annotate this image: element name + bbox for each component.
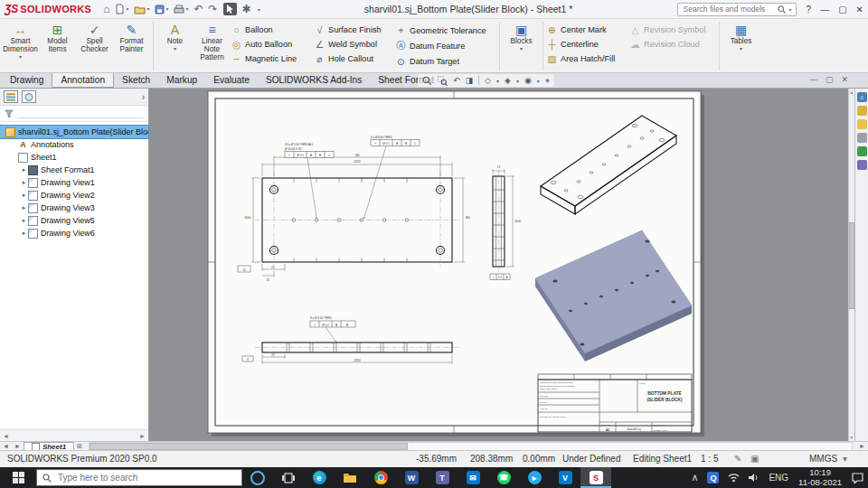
add-sheet-icon[interactable]: ⊞ [74,443,85,450]
language-indicator[interactable]: ENG [764,467,793,488]
hide-show-items-icon[interactable]: ◉ [524,76,532,85]
tree-item-drawing-view5[interactable]: ▸ Drawing View5 [0,214,148,227]
balloon-button[interactable]: ○Balloon [231,24,314,35]
zoom-area-icon[interactable] [438,76,448,86]
datum-target-button[interactable]: ⊙Datum Target [395,56,496,67]
auto-balloon-button[interactable]: ◎Auto Balloon [231,39,314,50]
minimize-button[interactable]: — [820,5,829,14]
dim-pitch[interactable]: 25 [271,266,275,269]
tab-sketch[interactable]: Sketch [114,73,158,88]
print-icon[interactable]: ▾ [174,4,188,14]
expand-arrow-icon[interactable]: ▸ [20,204,28,211]
scroll-right-icon[interactable]: ► [139,433,146,439]
magnetic-line-button[interactable]: ╌Magnetic Line [231,53,314,64]
dim-width[interactable]: 220 [354,159,362,164]
search-box[interactable]: ▾ [677,3,797,16]
tree-root-item[interactable]: sharvil01.sj_Bottom Plate(Slider Block) [0,126,148,138]
expand-arrow-icon[interactable]: ▸ [20,230,28,237]
revision-symbol-button[interactable]: △Revision Symbol [629,24,716,35]
tab-solidworks-add-ins[interactable]: SOLIDWORKS Add-Ins [258,73,370,88]
blocks-button[interactable]: ▣ Blocks ▾ [503,20,540,52]
datum-feature-button[interactable]: ⒶDatum Feature [395,40,496,52]
previous-view-icon[interactable]: ↶ [453,76,460,85]
open-folder-icon[interactable]: ▾ [134,4,149,14]
tree-item-drawing-view3[interactable]: ▸ Drawing View3 [0,202,148,214]
hscroll-right-icon[interactable]: ► [856,443,868,449]
sheet-nav-left-icon[interactable]: ◄ [0,443,12,449]
panel-scrollbar[interactable]: ◄ ► [0,429,148,441]
note-button[interactable]: A Note ▾ [156,20,193,52]
file-explorer-pane-icon[interactable] [857,119,867,129]
design-library-icon[interactable] [857,106,867,116]
select-tool-icon[interactable] [223,3,237,15]
tree-item-drawing-view2[interactable]: ▸ Drawing View2 [0,189,148,202]
redo-icon[interactable]: ↷ [209,4,218,14]
search-input[interactable] [682,4,774,14]
expand-arrow-icon[interactable]: ▸ [20,217,28,224]
dim-width2[interactable]: 184 [354,154,359,157]
help-icon[interactable]: ? [807,5,812,14]
cortana-button[interactable] [242,467,273,488]
taskbar-edge[interactable]: e [304,467,335,488]
tree-filter[interactable] [0,106,148,122]
taskbar-vscode[interactable]: V [550,467,580,488]
expand-arrow-icon[interactable]: ▸ [20,179,28,186]
undo-icon[interactable]: ↶ [193,4,203,14]
taskbar-whatsapp[interactable]: ☎ [488,467,519,488]
start-button[interactable] [0,467,36,488]
sheet-nav-right-icon[interactable]: ► [12,443,24,449]
dim-offset[interactable]: 25 [271,353,275,357]
horizontal-scroll-thumb[interactable] [90,443,408,450]
close-button[interactable]: ✕ [856,5,863,14]
graphics-area[interactable]: 220 184 100 80 25 13 25 10 x Ø 5.50 THRU… [149,89,848,441]
geometric-tolerance-button[interactable]: ⌖Geometric Tolerance [395,24,496,36]
options-dropdown-icon[interactable]: ▾ [258,6,260,13]
dim-length[interactable]: 220 [354,358,362,362]
tables-button[interactable]: ▦ Tables ▾ [722,20,760,52]
center-mark-button[interactable]: ⊕Center Mark [546,24,629,35]
tab-annotation[interactable]: Annotation [52,73,114,88]
dim-height2[interactable]: 80 [466,215,470,220]
taskbar-mail[interactable]: ✉ [458,467,488,488]
dim-thickness[interactable]: 13 [497,165,501,169]
taskbar-search-input[interactable] [56,472,236,483]
network-icon[interactable] [723,467,744,488]
expand-arrow-icon[interactable]: ▸ [20,166,28,174]
model-items-button[interactable]: ⊞ ModelItems [39,20,76,53]
new-document-icon[interactable]: ▾ [115,4,128,14]
view-palette-icon[interactable] [857,133,867,143]
dim-side-height[interactable]: 100 [514,219,522,223]
task-view-button[interactable] [273,467,304,488]
taskbar-solidworks[interactable]: S [580,467,611,488]
tree-item-sheet-format1[interactable]: ▸ Sheet Format1 [0,164,148,176]
display-manager-tab-icon[interactable] [22,90,36,103]
appearances-icon[interactable] [857,146,867,156]
tree-item-annotations[interactable]: A Annotations [0,138,148,151]
units-indicator[interactable]: MMGS [809,454,837,464]
taskbar-search-box[interactable] [36,469,242,486]
custom-properties-icon[interactable] [857,160,867,170]
doc-minimize-icon[interactable]: — [809,75,817,84]
tree-item-drawing-view1[interactable]: ▸ Drawing View1 [0,176,148,189]
view-orientation-icon[interactable]: ◇ [485,76,491,85]
graphics-horizontal-scrollbar[interactable] [89,442,853,451]
scroll-left-icon[interactable]: ◄ [3,433,9,439]
expand-arrow-icon[interactable]: ▸ [20,192,28,199]
tab-markup[interactable]: Markup [158,73,205,88]
options-gear-icon[interactable]: ✱ [242,4,251,14]
taskbar-chrome[interactable] [365,467,396,488]
surface-finish-button[interactable]: √Surface Finish [314,24,395,35]
volume-icon[interactable] [744,467,764,488]
linear-note-pattern-button[interactable]: ≡ Linear NotePattern [193,20,231,61]
dim-small[interactable]: 13 [266,278,269,282]
tray-show-hidden-icon[interactable]: ∧ [686,467,703,488]
dim-height[interactable]: 100 [244,215,251,220]
tab-drawing[interactable]: Drawing [2,73,52,88]
centerline-button[interactable]: ┼Centerline [546,39,629,50]
taskbar-file-explorer[interactable] [335,467,365,488]
taskpane-home-icon[interactable]: ⌂ [857,92,867,102]
home-icon[interactable]: ⌂ [103,4,109,14]
action-center-icon[interactable] [847,467,868,488]
status-caret-icon[interactable]: ▾ [843,454,847,464]
maximize-button[interactable]: ▢ [838,5,846,14]
